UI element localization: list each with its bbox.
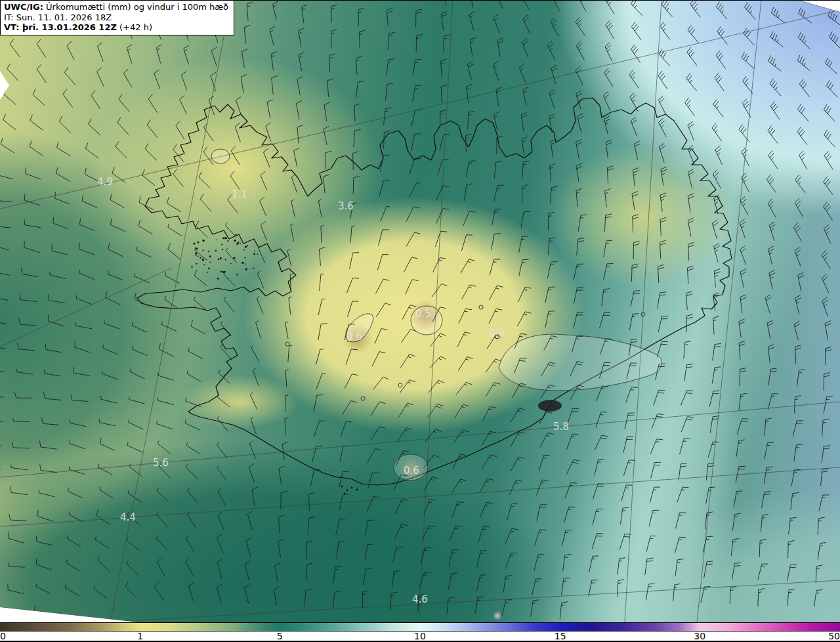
wind-barb <box>297 125 303 143</box>
wind-barb <box>299 53 304 72</box>
island-dot <box>208 268 210 270</box>
wind-barb <box>398 428 412 442</box>
wind-barb <box>157 488 169 502</box>
wind-barb <box>0 389 4 398</box>
wind-barb <box>795 345 801 364</box>
wind-barb <box>799 151 807 170</box>
wind-barb <box>661 167 667 186</box>
wind-barb <box>511 408 525 423</box>
island-dot <box>242 262 243 264</box>
wind-barb <box>285 370 289 387</box>
wind-barb <box>770 102 780 120</box>
wind-barb <box>535 530 546 546</box>
wind-barb <box>40 464 57 473</box>
value-label-layer: 4.91.13.60.50.60.90.65.85.64.44.6 <box>97 176 569 605</box>
station-circle-marker <box>479 305 483 309</box>
wind-barb <box>795 247 801 267</box>
wind-barb <box>441 85 447 103</box>
wind-barb <box>517 312 531 326</box>
wind-barb <box>480 502 493 517</box>
wind-barb <box>646 584 654 601</box>
map-title: Úrkomumætti (mm) og vindur i 100m hæð <box>46 2 228 12</box>
wind-barb <box>791 469 801 486</box>
wind-barb <box>360 30 366 49</box>
wind-barb <box>79 270 94 280</box>
wind-barb <box>507 504 518 520</box>
wind-barb <box>261 221 266 240</box>
wind-barb <box>660 217 666 236</box>
wind-barb <box>742 52 754 68</box>
wind-barb <box>63 89 73 108</box>
island-dot <box>220 257 222 259</box>
wind-barb <box>467 84 472 103</box>
wind-barb <box>730 586 736 604</box>
colorbar-tick-label: 50 <box>828 631 840 641</box>
wind-barb <box>816 565 822 583</box>
wind-barb <box>764 467 772 484</box>
wind-barb <box>8 563 25 567</box>
wind-barb <box>523 15 530 34</box>
wind-barb <box>623 437 633 453</box>
wind-barb <box>217 534 223 553</box>
wind-barb <box>768 199 776 217</box>
wind-barb <box>592 534 603 549</box>
island-dot <box>236 243 238 245</box>
wind-barb <box>40 441 57 450</box>
contour-value-label: 0.5 <box>415 308 431 320</box>
colorbar: 01510153050 <box>0 622 840 642</box>
graticule-line <box>0 10 840 209</box>
wind-barb <box>489 286 503 300</box>
wind-barb <box>95 536 109 548</box>
wind-barb <box>563 554 572 571</box>
wind-barb <box>145 144 157 161</box>
wind-barb <box>100 438 116 451</box>
wind-barb <box>75 341 91 353</box>
wind-barb <box>492 209 501 225</box>
wind-barb <box>70 419 87 426</box>
wind-barb <box>96 509 110 524</box>
wind-barb <box>795 198 803 217</box>
wind-barb <box>339 471 350 488</box>
wind-barb <box>825 58 837 74</box>
wind-barb <box>766 175 776 193</box>
wind-barb <box>314 395 323 412</box>
wind-barb <box>521 0 530 10</box>
contour-value-label: 0.6 <box>346 331 362 343</box>
station-circle-marker <box>361 396 365 400</box>
wind-barb <box>356 81 364 98</box>
wind-barb <box>791 492 799 509</box>
island-dot <box>215 250 217 251</box>
wind-barb <box>199 172 211 189</box>
wind-barb <box>68 488 83 498</box>
wind-barb <box>287 249 291 267</box>
wind-barb <box>705 512 713 529</box>
wind-barb <box>76 295 91 305</box>
wind-barb <box>37 64 46 83</box>
wind-barb <box>518 288 531 303</box>
wind-barb <box>314 421 326 437</box>
wind-barb <box>188 348 203 359</box>
wind-barb <box>401 330 417 343</box>
wind-barb <box>404 257 418 272</box>
wind-barb <box>410 159 421 175</box>
wind-barb <box>48 294 65 303</box>
wind-barb <box>385 83 393 100</box>
wind-barb <box>708 442 719 458</box>
island-dot <box>193 243 195 245</box>
wind-barb <box>794 321 800 340</box>
wind-barb <box>97 68 104 87</box>
wind-barb <box>165 272 180 284</box>
wind-barb <box>110 194 125 208</box>
island-dot <box>247 245 248 246</box>
wind-barb <box>246 538 251 557</box>
island-dot <box>198 255 199 257</box>
island-dot <box>233 257 235 259</box>
wind-barb <box>343 401 358 415</box>
wind-barb <box>274 587 280 606</box>
wind-barb <box>824 130 835 147</box>
wind-barb <box>714 269 720 288</box>
wind-barb <box>534 555 545 570</box>
wind-barb <box>522 137 528 155</box>
wind-barb <box>0 194 12 202</box>
wind-barb <box>684 341 691 359</box>
